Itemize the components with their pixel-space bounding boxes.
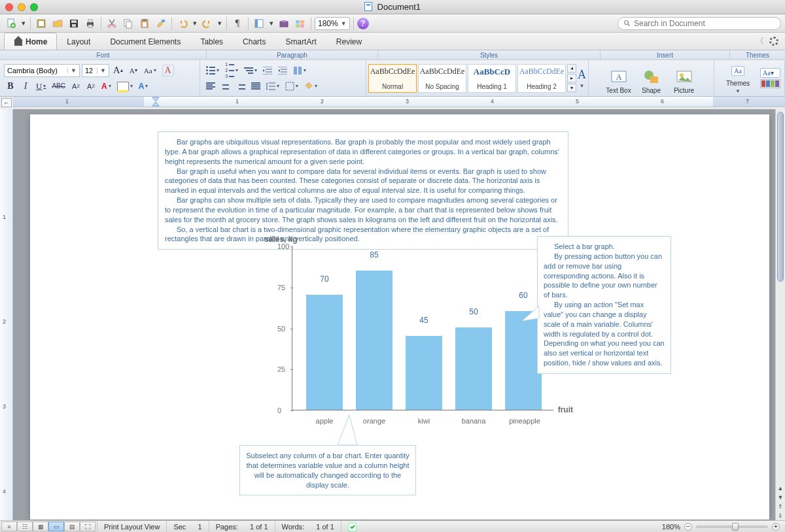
status-spellcheck[interactable] <box>341 521 365 532</box>
bar-pineapple[interactable] <box>505 311 542 410</box>
style-no-spacing[interactable]: AaBbCcDdEeNo Spacing <box>418 64 466 93</box>
new-document-button[interactable] <box>4 16 18 31</box>
tab-selector[interactable]: ⌐ <box>1 98 12 107</box>
indent-increase-button[interactable] <box>276 64 289 77</box>
page-up-button[interactable]: ⇑ <box>776 502 785 511</box>
open-button[interactable] <box>50 16 65 31</box>
paste-button[interactable] <box>137 16 152 31</box>
grow-font-button[interactable]: A▴ <box>111 64 125 77</box>
view-publishing-button[interactable]: ▦ <box>33 522 48 531</box>
font-size-input[interactable] <box>82 67 97 75</box>
zoom-window-button[interactable] <box>30 3 38 11</box>
theme-fonts-button[interactable]: Aa▾ <box>760 68 780 78</box>
tab-layout[interactable]: Layout <box>57 33 100 50</box>
font-size-combo[interactable]: ▼ <box>82 64 109 77</box>
page[interactable]: Bar graphs are ubiquitous visual represe… <box>30 114 769 520</box>
align-left-button[interactable] <box>204 80 217 93</box>
superscript-button[interactable]: A2 <box>69 80 82 93</box>
strikethrough-button[interactable]: ABC <box>50 80 67 93</box>
zoom-track[interactable] <box>696 525 768 528</box>
highlight-button[interactable] <box>115 80 135 93</box>
bold-button[interactable]: B <box>4 80 17 93</box>
bar-kiwi[interactable] <box>406 336 442 410</box>
bar-chart[interactable]: sales, kg fruit 0 25 50 75 100 70 apple … <box>259 232 573 438</box>
scrollbar-thumb[interactable] <box>777 112 784 282</box>
zoom-in-button[interactable]: + <box>772 523 780 531</box>
shading-button[interactable] <box>302 80 319 93</box>
insert-textbox-button[interactable]: A Text Box <box>602 63 635 94</box>
underline-button[interactable]: U <box>34 80 48 93</box>
font-name-combo[interactable]: ▼ <box>4 64 80 77</box>
tab-home[interactable]: Home <box>4 33 57 50</box>
font-color-button[interactable]: A <box>99 80 113 93</box>
view-draft-button[interactable]: ≡ <box>1 522 17 531</box>
search-box[interactable] <box>618 17 781 30</box>
tab-document-elements[interactable]: Document Elements <box>100 33 190 50</box>
minimize-window-button[interactable] <box>18 3 26 11</box>
font-name-dropdown[interactable]: ▼ <box>67 67 79 74</box>
page-down-button[interactable]: ⇓ <box>776 511 785 520</box>
tab-smartart[interactable]: SmartArt <box>275 33 326 50</box>
align-justify-button[interactable] <box>249 80 262 93</box>
style-expand-button[interactable]: ▾ <box>567 84 576 92</box>
callout-right[interactable]: Select a bar graph. By pressing action b… <box>537 236 671 374</box>
callout-bottom[interactable]: Subselect any column of a bar chart. Ent… <box>239 445 416 495</box>
scroll-up-button[interactable]: ▲ <box>776 484 785 493</box>
align-center-button[interactable] <box>219 80 232 93</box>
bar-orange[interactable] <box>356 271 392 410</box>
search-input[interactable] <box>634 19 775 28</box>
view-outline-button[interactable]: ☷ <box>17 522 33 531</box>
line-spacing-button[interactable] <box>264 80 281 93</box>
text-effect-button[interactable]: A <box>137 80 150 93</box>
multilevel-button[interactable] <box>242 64 259 77</box>
tab-review[interactable]: Review <box>326 33 372 50</box>
insert-shape-button[interactable]: Shape <box>635 63 668 94</box>
format-painter-button[interactable] <box>154 16 168 31</box>
template-button[interactable] <box>34 16 48 31</box>
sidebar-dropdown[interactable]: ▾ <box>268 16 275 31</box>
help-button[interactable]: ? <box>357 18 369 29</box>
bullets-button[interactable] <box>204 64 221 77</box>
scroll-down-button[interactable]: ▼ <box>776 493 785 502</box>
hanging-indent-marker[interactable] <box>152 100 160 107</box>
redo-dropdown[interactable]: ▾ <box>217 16 223 31</box>
new-button-dropdown[interactable]: ▾ <box>20 16 27 31</box>
document-canvas[interactable]: Bar graphs are ubiquitous visual represe… <box>13 109 775 520</box>
indent-decrease-button[interactable] <box>261 64 274 77</box>
styles-pane-icon[interactable]: A <box>578 68 586 82</box>
cut-button[interactable] <box>105 16 119 31</box>
clear-format-button[interactable]: A <box>160 64 176 77</box>
gallery-button[interactable] <box>293 16 307 31</box>
gear-icon[interactable] <box>769 37 778 46</box>
zoom-out-button[interactable]: − <box>684 523 692 531</box>
toolbox-button[interactable] <box>277 16 291 31</box>
shrink-font-button[interactable]: A▾ <box>127 64 140 77</box>
undo-button[interactable] <box>175 16 190 31</box>
style-heading2[interactable]: AaBbCcDdEeHeading 2 <box>517 64 566 93</box>
tab-tables[interactable]: Tables <box>190 33 233 50</box>
ruler-vertical[interactable]: 1 2 3 4 <box>0 109 13 520</box>
style-next-button[interactable]: ▸ <box>567 74 576 82</box>
font-size-dropdown[interactable]: ▼ <box>97 67 109 74</box>
style-heading1[interactable]: AaBbCcDHeading 1 <box>468 64 516 93</box>
redo-button[interactable] <box>200 16 215 31</box>
show-marks-button[interactable]: ¶ <box>230 16 245 31</box>
style-normal[interactable]: AaBbCcDdEeNormal <box>368 64 417 93</box>
zoom-combo[interactable]: 180% ▼ <box>315 17 350 30</box>
collapse-ribbon-button[interactable]: 〈 <box>756 35 764 47</box>
bar-apple[interactable] <box>306 295 343 410</box>
view-notebook-button[interactable]: ▤ <box>64 522 80 531</box>
insert-picture-button[interactable]: Picture <box>668 63 701 94</box>
view-print-layout-button[interactable]: ▭ <box>48 522 64 531</box>
italic-button[interactable]: I <box>19 80 32 93</box>
undo-dropdown[interactable]: ▾ <box>192 16 198 31</box>
subscript-button[interactable]: A2 <box>84 80 97 93</box>
change-case-button[interactable]: Aa <box>142 64 158 77</box>
vertical-scrollbar[interactable]: ▲ ▼ ⇑ ⇓ <box>775 109 785 520</box>
borders-button[interactable] <box>283 80 300 93</box>
numbering-button[interactable]: 123 <box>223 64 240 77</box>
style-prev-button[interactable]: ◂ <box>567 64 576 73</box>
font-name-input[interactable] <box>5 67 67 75</box>
copy-button[interactable] <box>121 16 135 31</box>
theme-colors-button[interactable] <box>760 79 780 88</box>
